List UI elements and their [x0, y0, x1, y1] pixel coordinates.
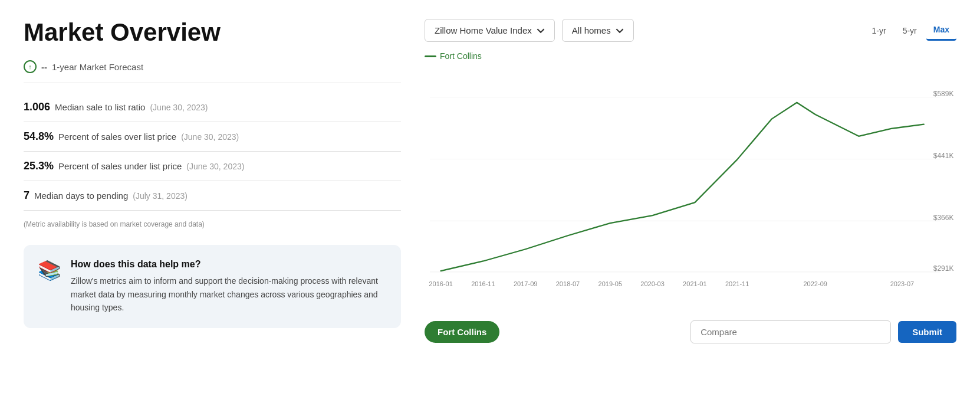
metric-row: 25.3% Percent of sales under list price … [24, 152, 401, 181]
metric-date-3: (July 31, 2023) [133, 191, 188, 201]
svg-text:2016-11: 2016-11 [471, 280, 495, 287]
info-icon: 📚 [38, 259, 61, 281]
chart-area: $589K $441K $366K $291K 2016-01 2016-11 … [425, 66, 956, 313]
metric-row: 1.006 Median sale to list ratio (June 30… [24, 93, 401, 122]
metric-date-0: (June 30, 2023) [150, 103, 208, 112]
forecast-dashes: -- [41, 62, 47, 72]
metric-date-2: (June 30, 2023) [186, 162, 244, 171]
svg-text:2018-07: 2018-07 [556, 280, 580, 287]
chevron-down-icon-2 [616, 27, 624, 35]
metric-label-0: Median sale to list ratio [55, 102, 145, 112]
metric-note: (Metric availability is based on market … [24, 220, 401, 228]
legend-label: Fort Collins [440, 51, 482, 61]
info-card-title: How does this data help me? [71, 259, 387, 270]
time-5yr[interactable]: 5-yr [896, 21, 924, 40]
metric-row: 54.8% Percent of sales over list price (… [24, 122, 401, 152]
metrics-list: 1.006 Median sale to list ratio (June 30… [24, 93, 401, 211]
svg-text:2019-05: 2019-05 [598, 280, 622, 287]
metric-value-2: 25.3% [24, 160, 54, 172]
svg-text:2016-01: 2016-01 [429, 280, 452, 287]
homes-dropdown[interactable]: All homes [562, 19, 634, 42]
svg-text:2021-01: 2021-01 [683, 280, 706, 287]
forecast-label: 1-year Market Forecast [52, 62, 143, 72]
time-1yr[interactable]: 1-yr [865, 21, 893, 40]
svg-text:$291K: $291K [933, 264, 954, 273]
forecast-icon: ↑ [24, 60, 37, 73]
chevron-down-icon [537, 27, 545, 35]
left-panel: Market Overview ↑ -- 1-year Market Forec… [24, 19, 401, 328]
metric-label-2: Percent of sales under list price [58, 161, 182, 171]
forecast-row: ↑ -- 1-year Market Forecast [24, 60, 401, 83]
legend-row: Fort Collins [425, 51, 956, 61]
svg-text:2021-11: 2021-11 [725, 280, 749, 287]
metric-row: 7 Median days to pending (July 31, 2023) [24, 181, 401, 211]
legend-line [425, 55, 436, 57]
info-card-text: Zillow's metrics aim to inform and suppo… [71, 274, 387, 314]
metric-value-3: 7 [24, 189, 29, 202]
svg-text:2020-03: 2020-03 [640, 280, 664, 287]
submit-button[interactable]: Submit [898, 321, 956, 343]
svg-text:$589K: $589K [933, 90, 954, 98]
info-card: 📚 How does this data help me? Zillow's m… [24, 245, 401, 328]
index-dropdown-label: Zillow Home Value Index [435, 25, 532, 35]
metric-label-3: Median days to pending [34, 191, 128, 201]
right-panel: Zillow Home Value Index All homes 1-yr 5… [425, 19, 956, 343]
time-buttons: 1-yr 5-yr Max [865, 20, 956, 41]
homes-dropdown-label: All homes [572, 25, 611, 35]
page-title: Market Overview [24, 19, 401, 46]
index-dropdown[interactable]: Zillow Home Value Index [425, 19, 555, 42]
info-card-content: How does this data help me? Zillow's met… [71, 259, 387, 314]
metric-value-1: 54.8% [24, 130, 54, 143]
fort-collins-button[interactable]: Fort Collins [425, 321, 499, 343]
time-max[interactable]: Max [926, 20, 956, 41]
svg-text:2017-09: 2017-09 [514, 280, 537, 287]
svg-text:2022-09: 2022-09 [803, 280, 827, 287]
compare-input[interactable] [690, 320, 891, 343]
svg-text:2023-07: 2023-07 [890, 280, 914, 287]
svg-text:$441K: $441K [933, 152, 954, 160]
metric-value-0: 1.006 [24, 101, 50, 113]
bottom-controls: Fort Collins Submit [425, 320, 956, 343]
svg-text:$366K: $366K [933, 214, 954, 222]
metric-date-1: (June 30, 2023) [181, 132, 239, 142]
metric-label-1: Percent of sales over list price [58, 132, 176, 142]
chart-controls: Zillow Home Value Index All homes 1-yr 5… [425, 19, 956, 42]
chart-svg: $589K $441K $366K $291K 2016-01 2016-11 … [425, 66, 956, 313]
